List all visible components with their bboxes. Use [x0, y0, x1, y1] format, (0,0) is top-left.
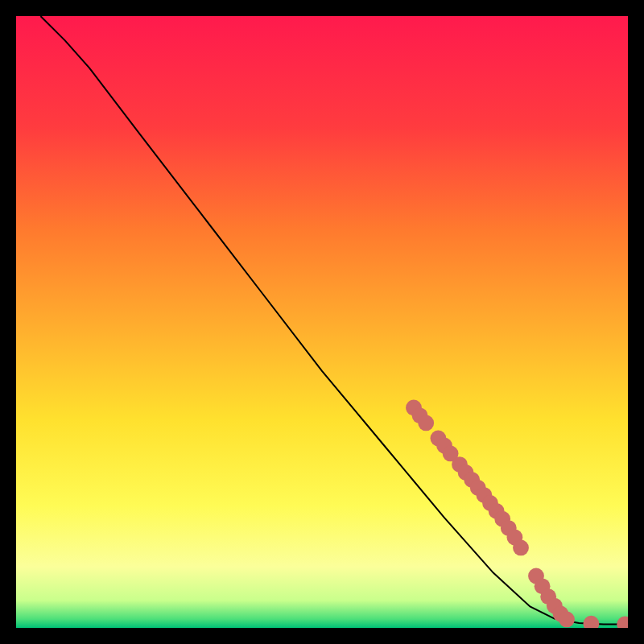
data-marker: [559, 612, 575, 628]
gradient-background: [16, 16, 628, 628]
data-marker: [513, 540, 529, 556]
chart-svg: [16, 16, 628, 628]
chart-frame: TheBottleneck.com: [16, 16, 628, 628]
data-marker: [418, 415, 434, 431]
